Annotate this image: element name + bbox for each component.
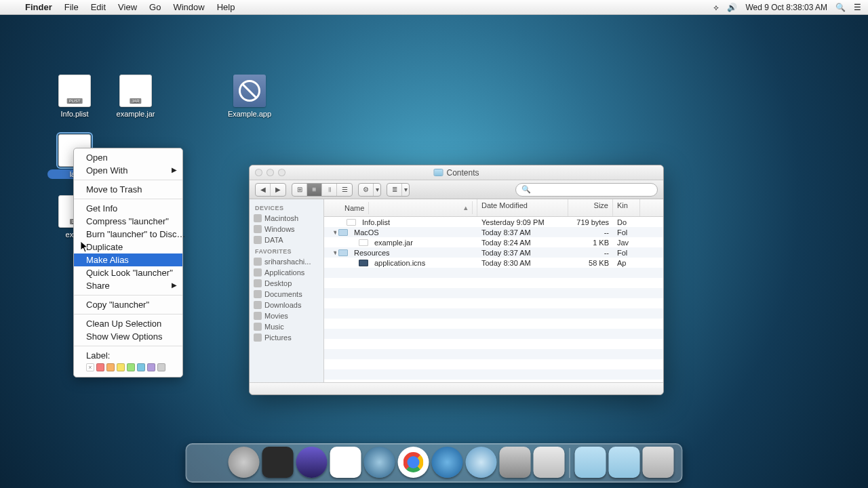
menu-separator (74, 314, 182, 314)
dock-launchpad-icon[interactable] (229, 447, 260, 478)
search-field[interactable]: 🔍 (515, 183, 658, 197)
clock[interactable]: Wed 9 Oct 8:38:03 AM (745, 3, 827, 12)
help-menu[interactable]: Help (211, 2, 241, 12)
date-column-header[interactable]: Date Modified (477, 199, 568, 216)
table-row[interactable]: application.icnsToday 8:30 AM58 KBAp (324, 258, 663, 268)
menu-item[interactable]: Open With▶ (74, 164, 182, 177)
sidebar-item[interactable]: Documents (250, 289, 323, 300)
menu-item[interactable]: Make Alias (74, 253, 182, 266)
size-cell: -- (568, 249, 613, 257)
sidebar-item[interactable]: Applications (250, 267, 323, 278)
dock-quicktime-icon[interactable] (364, 447, 395, 478)
dock-trash-icon[interactable] (643, 447, 674, 478)
disclosure-triangle-icon[interactable]: ▼ (328, 249, 336, 256)
column-view-button[interactable]: ⫴ (322, 184, 337, 196)
sidebar-item[interactable]: Downloads (250, 300, 323, 310)
dock-documents-icon[interactable] (609, 447, 640, 478)
sidebar-item[interactable]: Music (250, 321, 323, 332)
window-menu[interactable]: Window (167, 2, 210, 12)
label-swatch[interactable] (137, 363, 145, 371)
sidebar-item[interactable]: Macintosh (250, 213, 323, 224)
sidebar-item[interactable]: Windows (250, 224, 323, 235)
sidebar-item[interactable]: Pictures (250, 332, 323, 343)
zoom-button[interactable] (278, 169, 285, 176)
back-button[interactable]: ◀ (256, 184, 271, 196)
menu-item[interactable]: Duplicate (74, 241, 182, 253)
file-icon (359, 239, 368, 246)
menu-item[interactable]: Quick Look "launcher" (74, 266, 182, 279)
dock-mail-icon[interactable] (534, 447, 565, 478)
desktop-icon-example-jar[interactable]: JARexample.jar (108, 75, 163, 118)
label-swatch[interactable] (117, 363, 125, 371)
dock-terminal-icon[interactable] (262, 447, 294, 478)
icon-label: example.jar (108, 110, 163, 118)
size-cell: -- (568, 228, 613, 237)
label-swatch[interactable] (127, 363, 135, 371)
menu-item[interactable]: Share▶ (74, 279, 182, 292)
date-cell: Today 8:37 AM (477, 228, 568, 237)
forward-button[interactable]: ▶ (271, 184, 285, 196)
icon-view-button[interactable]: ⊞ (292, 184, 307, 196)
volume-icon[interactable]: 🔊 (727, 3, 737, 12)
dock-eclipse-icon[interactable] (296, 447, 328, 478)
spotlight-icon[interactable]: 🔍 (835, 3, 846, 12)
label-swatch[interactable] (96, 363, 104, 371)
search-input[interactable] (534, 186, 652, 194)
app-menu[interactable]: Finder (19, 2, 58, 12)
minimize-button[interactable] (267, 169, 274, 176)
coverflow-view-button[interactable]: ☰ (337, 184, 352, 196)
label-swatch[interactable] (157, 363, 165, 371)
menu-item[interactable]: Clean Up Selection (74, 317, 182, 330)
label-swatch[interactable]: × (86, 363, 94, 371)
menu-item[interactable]: Compress "launcher" (74, 215, 182, 228)
table-row[interactable]: Info.plistYesterday 9:09 PM719 bytesDo (324, 217, 663, 227)
menu-item[interactable]: Copy "launcher" (74, 298, 182, 311)
go-menu[interactable]: Go (143, 2, 167, 12)
dock-appstore-icon[interactable] (432, 447, 463, 478)
dock-textedit-icon[interactable] (330, 447, 361, 478)
menu-separator (74, 295, 182, 296)
sidebar-item[interactable]: sriharshachi... (250, 256, 323, 267)
desktop-icon-example-app[interactable]: Example.app (222, 75, 277, 118)
kind-cell: Jav (613, 239, 640, 247)
notification-center-icon[interactable]: ☰ (854, 3, 861, 12)
gear-icon: ⚙ (359, 184, 374, 196)
view-menu[interactable]: View (112, 2, 143, 12)
action-menu[interactable]: ⚙▾ (358, 183, 381, 197)
dock-safari-icon[interactable] (466, 447, 497, 478)
menu-item[interactable]: Show View Options (74, 330, 182, 343)
disclosure-triangle-icon[interactable]: ▼ (328, 229, 336, 236)
file-name: example.jar (370, 239, 417, 247)
menu-item[interactable]: Burn "launcher" to Disc… (74, 228, 182, 241)
file-icon (359, 260, 368, 266)
dock-sysprefs-icon[interactable] (500, 447, 531, 478)
arrange-menu[interactable]: ≣▾ (387, 183, 410, 197)
name-column-header[interactable]: Name▴ (324, 199, 477, 216)
window-titlebar[interactable]: Contents (250, 165, 663, 180)
dock-chrome-icon[interactable] (398, 447, 429, 478)
table-row[interactable]: ▼MacOSToday 8:37 AM--Fol (324, 227, 663, 237)
edit-menu[interactable]: Edit (85, 2, 112, 12)
kind-column-header[interactable]: Kin (613, 199, 640, 216)
table-row[interactable]: example.jarToday 8:24 AM1 KBJav (324, 237, 663, 247)
sidebar-devices-header: DEVICES (250, 202, 323, 213)
file-menu[interactable]: File (58, 2, 85, 12)
empty-row (324, 278, 663, 288)
sidebar-item[interactable]: Desktop (250, 278, 323, 289)
table-row[interactable]: ▼ResourcesToday 8:37 AM--Fol (324, 247, 663, 258)
sidebar-item[interactable]: Movies (250, 310, 323, 321)
desktop-icon-info-plist[interactable]: PLISTInfo.plist (47, 75, 102, 118)
close-button[interactable] (255, 169, 262, 176)
menu-item[interactable]: Open (74, 151, 182, 164)
size-column-header[interactable]: Size (568, 199, 613, 216)
list-view-button[interactable]: ≡ (307, 184, 322, 196)
sidebar-item[interactable]: DATA (250, 235, 323, 245)
label-swatch[interactable] (147, 363, 155, 371)
menu-item[interactable]: Get Info (74, 202, 182, 215)
column-headers: Name▴ Date Modified Size Kin (324, 199, 663, 217)
label-swatch[interactable] (106, 363, 115, 371)
dock-downloads-icon[interactable] (575, 447, 606, 478)
menu-item[interactable]: Move to Trash (74, 183, 182, 196)
bluetooth-icon[interactable]: ⟡ (713, 3, 719, 12)
empty-row (324, 349, 663, 359)
